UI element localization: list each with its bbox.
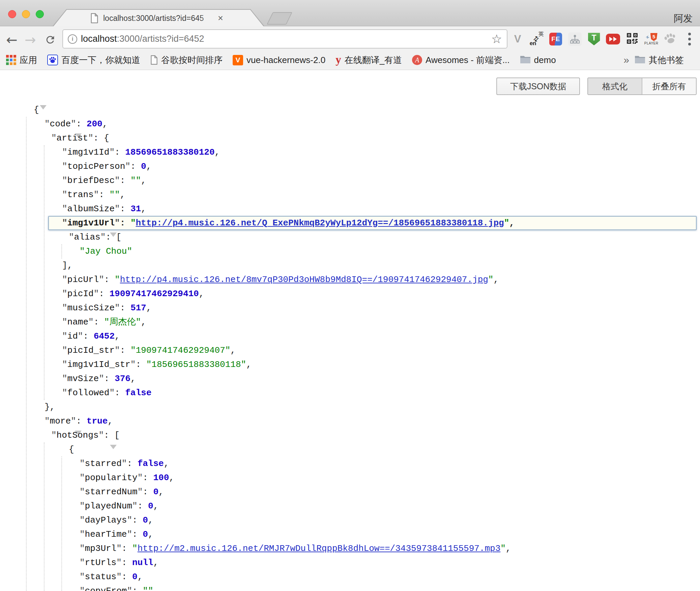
json-line[interactable]: "name": "周杰伦", (0, 315, 700, 329)
json-line[interactable]: "popularity": 100, (0, 471, 700, 485)
json-comma: , (148, 529, 153, 539)
browser-tab[interactable]: localhost:3000/artists?id=645 × (52, 9, 265, 27)
profile-name[interactable]: 阿发 (674, 12, 693, 25)
json-quote: " (62, 218, 67, 228)
json-line[interactable]: "hotSongs": [ (0, 428, 700, 442)
address-bar[interactable]: i localhost:3000/artists?id=6452 ☆ (62, 29, 507, 49)
extension-button-fe-toolbox[interactable]: FE (548, 31, 563, 48)
json-url-link[interactable]: http://m2.music.126.net/RMJR7wDullRqppBk… (138, 543, 501, 554)
awesomes-a-icon: A (412, 55, 422, 65)
json-line[interactable]: "id": 6452, (0, 329, 700, 343)
bookmark-label: 应用 (20, 54, 37, 66)
json-line[interactable]: "img1v1Id_str": "18569651883380118", (0, 357, 700, 372)
json-comma: , (246, 360, 252, 370)
json-comma: , (230, 345, 236, 355)
html5-player-icon: 5 PLAYER (644, 33, 659, 45)
url-text[interactable]: localhost:3000/artists?id=6452 (81, 34, 204, 44)
back-button[interactable]: ← (4, 32, 19, 47)
json-line[interactable]: "playedNum": 0, (0, 499, 700, 513)
json-line[interactable]: "albumSize": 31, (0, 202, 700, 216)
json-url-link[interactable]: http://p4.music.126.net/Q_ExePNkmqB2yWyL… (136, 218, 504, 228)
json-line[interactable]: { (0, 442, 700, 457)
other-bookmarks-folder[interactable]: 其他书签 (635, 54, 684, 66)
json-num-value: 31 (130, 204, 141, 214)
json-quote: " (62, 147, 67, 157)
extension-button-video-helper[interactable] (605, 31, 621, 48)
json-line[interactable]: "hearTime": 0, (0, 527, 700, 541)
json-tree: {"code": 200,"artist": {"img1v1Id": 1856… (0, 103, 700, 591)
json-quote: " (88, 317, 94, 327)
extension-button-qr-code[interactable] (624, 31, 640, 48)
json-line[interactable]: "copyFrom": "", (0, 584, 700, 591)
forward-button[interactable]: → (23, 32, 38, 47)
json-line[interactable]: "picId_str": "19097417462929407", (0, 343, 700, 357)
bookmark-item[interactable]: 应用 (6, 54, 37, 66)
bookmarks-overflow-chevron-icon[interactable]: » (623, 54, 629, 66)
json-bracket: [ (114, 430, 120, 440)
json-line[interactable]: "dayPlays": 0, (0, 513, 700, 527)
reload-button[interactable] (43, 32, 58, 47)
new-tab-button[interactable] (267, 12, 292, 25)
collapse-triangle-icon[interactable] (40, 105, 47, 120)
json-quote: " (62, 388, 67, 398)
json-line[interactable]: "alias": [ (0, 230, 700, 244)
bookmark-item[interactable]: Vvue-hackernews-2.0 (233, 55, 325, 65)
collapse-all-button[interactable]: 折叠所有 (642, 78, 696, 94)
json-line[interactable]: "artist": { (0, 131, 700, 145)
json-colon: : (104, 374, 115, 384)
json-line[interactable]: "img1v1Url": "http://p4.music.126.net/Q_… (0, 216, 700, 230)
json-url-link[interactable]: http://p4.music.126.net/8mv7qP30Pd3oHW8b… (120, 275, 488, 285)
bookmark-star-icon[interactable]: ☆ (491, 32, 502, 46)
json-comma: , (141, 204, 146, 214)
bookmark-item[interactable]: 谷歌按时间排序 (150, 54, 223, 66)
json-line[interactable]: "musicSize": 517, (0, 301, 700, 315)
json-line[interactable]: { (0, 103, 700, 117)
json-line[interactable]: ], (0, 258, 700, 273)
json-line[interactable]: "img1v1Id": 18569651883380120, (0, 145, 700, 159)
translate-icon: 英⇄en (529, 31, 545, 48)
extension-button-tampermonkey[interactable]: T (586, 31, 602, 48)
json-line[interactable]: "picUrl": "http://p4.music.126.net/8mv7q… (0, 273, 700, 287)
json-line[interactable]: "code": 200, (0, 117, 700, 131)
json-num-value: 0 (143, 515, 148, 525)
json-line[interactable]: "status": 0, (0, 570, 700, 584)
json-line[interactable]: "mvSize": 376, (0, 372, 700, 386)
json-line[interactable]: "starred": false, (0, 457, 700, 471)
bookmark-item[interactable]: 百度一下，你就知道 (47, 54, 140, 66)
bookmark-item[interactable]: AAwesomes - 前端资... (412, 54, 509, 66)
json-line[interactable]: "briefDesc": "", (0, 174, 700, 188)
json-key: trans (67, 190, 94, 200)
browser-menu-icon[interactable] (682, 31, 697, 48)
json-line[interactable]: "followed": false (0, 386, 700, 400)
json-line[interactable]: "mp3Url": "http://m2.music.126.net/RMJR7… (0, 541, 700, 556)
json-line[interactable]: "topicPerson": 0, (0, 159, 700, 174)
json-line[interactable]: "more": true, (0, 414, 700, 428)
minimize-window-button[interactable] (22, 10, 30, 18)
collapse-triangle-icon[interactable] (110, 445, 117, 459)
json-line[interactable]: }, (0, 400, 700, 414)
json-line[interactable]: "rtUrls": null, (0, 556, 700, 570)
bookmark-item[interactable]: y在线翻译_有道 (336, 54, 402, 66)
extension-button-translator[interactable]: 英⇄en (529, 31, 545, 48)
bookmark-item[interactable]: demo (520, 55, 556, 65)
extension-button-vue-devtools[interactable]: V (510, 31, 525, 48)
json-key: picId (67, 289, 94, 299)
json-quote: " (116, 558, 122, 568)
tab-close-icon[interactable]: × (218, 14, 223, 23)
json-quote: " (130, 218, 136, 228)
json-line[interactable]: "Jay Chou" (0, 244, 700, 258)
extension-button-sitemap[interactable] (567, 31, 583, 48)
json-quote: " (80, 459, 85, 469)
format-button[interactable]: 格式化 (588, 78, 642, 94)
extension-button-paw[interactable] (663, 31, 678, 48)
json-key: status (85, 572, 117, 582)
json-line[interactable]: "trans": "", (0, 188, 700, 202)
extension-button-html5-player[interactable]: 5 PLAYER (644, 31, 659, 48)
download-json-button[interactable]: 下载JSON数据 (496, 77, 580, 95)
json-line[interactable]: "picId": 19097417462929410, (0, 287, 700, 301)
zoom-window-button[interactable] (36, 10, 44, 18)
json-line[interactable]: "starredNum": 0, (0, 485, 700, 499)
close-window-button[interactable] (8, 10, 16, 18)
page-info-icon[interactable]: i (68, 34, 77, 44)
json-key: name (67, 317, 88, 327)
